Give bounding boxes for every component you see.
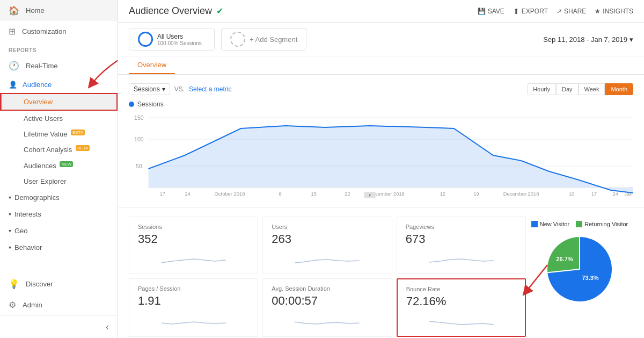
sidebar-item-active-users[interactable]: Active Users — [0, 111, 118, 126]
chevron-demographics-icon: ▾ — [9, 195, 11, 200]
audiences-badge: NEW — [60, 161, 73, 167]
users-stat-label: Users — [272, 224, 383, 230]
sidebar-item-lifetime-value[interactable]: Lifetime Value BETA — [0, 126, 118, 142]
export-icon: ⬆ — [513, 7, 519, 16]
save-icon: 💾 — [478, 8, 486, 15]
sessions-mini-chart — [138, 249, 249, 265]
avg-session-stat-value: 00:00:57 — [272, 294, 383, 308]
realtime-icon: 🕐 — [9, 61, 19, 71]
date-range-label: Sep 11, 2018 - Jan 7, 2019 — [543, 35, 627, 44]
sidebar-item-customization[interactable]: ⊞ Customization — [0, 21, 118, 42]
stat-card-users: Users 263 — [262, 217, 392, 274]
sidebar-item-overview[interactable]: Overview — [0, 93, 118, 111]
sidebar-item-geo[interactable]: ▾ Geo — [0, 222, 118, 239]
all-users-segment[interactable]: All Users 100.00% Sessions — [129, 28, 215, 51]
avg-session-stat-label: Avg. Session Duration — [272, 285, 383, 292]
sidebar-item-discover[interactable]: 💡 Discover — [0, 274, 118, 294]
sessions-metric-select[interactable]: Sessions ▾ — [129, 83, 170, 95]
top-bar-actions: 💾 SAVE ⬆ EXPORT ↗ SHARE ★ INSIGHTS — [478, 7, 633, 16]
svg-text:8: 8 — [279, 191, 281, 197]
chart-controls: Sessions ▾ VS. Select a metric Hourly Da… — [129, 83, 633, 95]
time-buttons: Hourly Day Week Month — [527, 83, 633, 95]
month-button[interactable]: Month — [605, 83, 633, 95]
verified-icon: ✔ — [216, 6, 223, 16]
sidebar-item-behavior[interactable]: ▾ Behavior — [0, 239, 118, 256]
stat-card-avg-session: Avg. Session Duration 00:00:57 — [262, 278, 392, 337]
stat-card-sessions: Sessions 352 — [129, 217, 258, 274]
svg-text:22: 22 — [345, 191, 350, 197]
insights-button[interactable]: ★ INSIGHTS — [595, 8, 633, 15]
sidebar-item-user-explorer[interactable]: User Explorer — [0, 174, 118, 189]
vs-label: VS. — [174, 85, 185, 93]
sidebar-item-admin[interactable]: ⚙ Admin — [0, 294, 118, 315]
add-segment-button[interactable]: + Add Segment — [221, 28, 306, 51]
insights-icon: ★ — [595, 8, 601, 15]
sidebar-item-audiences[interactable]: Audiences NEW — [0, 158, 118, 174]
discover-icon: 💡 — [9, 279, 19, 289]
user-explorer-label: User Explorer — [24, 177, 66, 185]
chevron-geo-icon: ▾ — [9, 228, 11, 234]
sidebar-item-interests[interactable]: ▾ Interests — [0, 206, 118, 222]
sidebar-item-audience[interactable]: 👤 Audience — [0, 76, 118, 93]
svg-text:24: 24 — [185, 191, 190, 197]
returning-visitor-slice — [547, 237, 580, 272]
realtime-label: Real-Time — [26, 62, 57, 70]
stats-area: Sessions 352 Users 263 Pageviews 673 — [118, 208, 644, 338]
page-title-text: Audience Overview — [129, 5, 212, 17]
select-metric-button[interactable]: Select a metric — [189, 85, 231, 93]
sidebar-item-home-label: Home — [26, 6, 45, 15]
pie-legend: New Visitor Returning Visitor — [531, 221, 628, 227]
svg-text:10: 10 — [569, 191, 574, 197]
date-range-picker[interactable]: Sep 11, 2018 - Jan 7, 2019 ▾ — [543, 35, 633, 44]
share-button[interactable]: ↗ SHARE — [557, 8, 586, 15]
week-button[interactable]: Week — [579, 83, 605, 95]
svg-text:100: 100 — [134, 136, 144, 142]
top-bar: Audience Overview ✔ 💾 SAVE ⬆ EXPORT ↗ SH… — [118, 0, 644, 23]
new-visitor-color — [531, 221, 538, 227]
demographics-label: Demographics — [14, 193, 60, 202]
chart-legend: Sessions — [129, 100, 633, 108]
hourly-button[interactable]: Hourly — [527, 83, 556, 95]
collapse-sidebar-button[interactable]: ‹ — [0, 315, 118, 338]
svg-text:October 2018: October 2018 — [215, 191, 245, 197]
returning-visitor-color — [576, 221, 582, 227]
page-title: Audience Overview ✔ — [129, 5, 223, 17]
sidebar-item-cohort-analysis[interactable]: Cohort Analysis BETA — [0, 142, 118, 157]
segments-bar: All Users 100.00% Sessions + Add Segment — [129, 28, 306, 51]
home-icon: 🏠 — [9, 5, 19, 16]
sidebar-item-home[interactable]: 🏠 Home — [0, 0, 118, 21]
save-button[interactable]: 💾 SAVE — [478, 8, 504, 15]
grid-icon: ⊞ — [9, 26, 16, 37]
bounce-rate-mini-chart — [406, 312, 516, 328]
pages-session-stat-value: 1.91 — [138, 294, 249, 308]
sessions-line-chart-svg: 150 100 50 17 24 October 2018 — [129, 112, 633, 198]
bounce-rate-stat-label: Bounce Rate — [406, 286, 516, 292]
tab-overview[interactable]: Overview — [129, 56, 175, 74]
sessions-legend-label: Sessions — [137, 100, 164, 108]
discover-label: Discover — [26, 280, 53, 288]
pageviews-stat-value: 673 — [406, 232, 517, 246]
sidebar-item-realtime[interactable]: 🕐 Real-Time — [0, 55, 118, 76]
stat-card-bounce-rate: Bounce Rate 72.16% — [397, 278, 526, 337]
sidebar: 🏠 Home ⊞ Customization REPORTS 🕐 Real-Ti… — [0, 0, 118, 338]
svg-text:17: 17 — [159, 191, 165, 197]
share-icon: ↗ — [557, 8, 562, 15]
sidebar-item-demographics[interactable]: ▾ Demographics — [0, 189, 118, 206]
sessions-metric-label: Sessions — [134, 85, 160, 93]
date-range-chevron-icon: ▾ — [630, 35, 633, 44]
svg-text:73.3%: 73.3% — [582, 275, 598, 281]
returning-visitor-legend: Returning Visitor — [576, 221, 628, 227]
users-mini-chart — [272, 249, 383, 265]
share-label: SHARE — [564, 8, 586, 15]
pie-chart-svg: 73.3% 26.7% — [542, 232, 617, 307]
day-button[interactable]: Day — [556, 83, 579, 95]
save-label: SAVE — [488, 8, 504, 15]
returning-visitor-label: Returning Visitor — [584, 221, 628, 227]
add-segment-label: + Add Segment — [250, 35, 297, 44]
svg-text:26.7%: 26.7% — [556, 256, 573, 262]
geo-label: Geo — [14, 227, 28, 235]
audiences-label: Audiences — [24, 162, 56, 170]
pie-chart-area: New Visitor Returning Visitor — [526, 217, 633, 337]
svg-text:50: 50 — [136, 163, 142, 169]
export-button[interactable]: ⬆ EXPORT — [513, 7, 548, 16]
